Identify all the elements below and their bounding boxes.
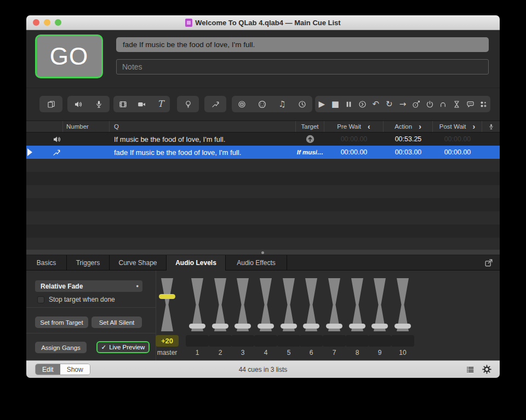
toolbar-group-cue-button[interactable] bbox=[43, 96, 59, 112]
toolbar-audio-button[interactable] bbox=[70, 96, 86, 112]
playhead-indicator bbox=[27, 148, 32, 156]
toolbar-group-fade-tools bbox=[204, 96, 226, 112]
fader-handle[interactable] bbox=[349, 324, 365, 329]
toolbar-script-button[interactable] bbox=[464, 96, 477, 112]
toolbar-undo-button[interactable]: ↶ bbox=[369, 96, 382, 112]
column-header-pre_wait[interactable]: Pre Wait‹ bbox=[324, 121, 384, 132]
toolbar-arm-button[interactable] bbox=[436, 96, 450, 112]
tab-basics[interactable]: Basics bbox=[26, 255, 67, 271]
tab-triggers[interactable]: Triggers bbox=[67, 255, 110, 271]
empty-row-stripe bbox=[26, 172, 500, 185]
toolbar-redo-button[interactable]: ↻ bbox=[382, 96, 396, 112]
toolbar-group-group-tools bbox=[39, 96, 62, 112]
toolbar-retarget-button[interactable] bbox=[409, 96, 423, 112]
fader-value-box[interactable] bbox=[323, 335, 346, 347]
list-view-button[interactable] bbox=[465, 365, 475, 375]
fader-handle[interactable] bbox=[395, 324, 411, 329]
set-from-target-button[interactable]: Set from Target bbox=[35, 317, 88, 328]
toolbar-fade-button[interactable] bbox=[207, 96, 224, 112]
fade-mode-dropdown[interactable]: Relative Fade ▲▼ bbox=[35, 280, 142, 292]
fader-value-box[interactable] bbox=[231, 335, 254, 347]
fader-value-box[interactable] bbox=[346, 335, 369, 347]
cue-name-cell: fade If music be the food of love, I'm f… bbox=[110, 146, 296, 159]
fader-track[interactable] bbox=[161, 278, 173, 331]
dropdown-stepper-icon: ▲▼ bbox=[136, 286, 139, 286]
fader-handle[interactable] bbox=[189, 324, 205, 329]
tab-curve-shape[interactable]: Curve Shape bbox=[110, 255, 167, 271]
action-cell: 00:53.25 bbox=[384, 133, 433, 146]
fader-value-box[interactable]: +20 bbox=[156, 335, 179, 347]
empty-row-stripe bbox=[26, 185, 500, 198]
toolbar-power-button[interactable] bbox=[423, 96, 437, 112]
arm-icon bbox=[438, 100, 448, 109]
fader-value-box[interactable] bbox=[254, 335, 277, 347]
go-button[interactable]: GO bbox=[35, 34, 103, 78]
titlebar: Welcome To QLab 4.qlab4 — Main Cue List bbox=[26, 15, 500, 30]
toolbar-camera-button[interactable] bbox=[133, 96, 150, 112]
column-label: Number bbox=[66, 123, 89, 130]
settings-gear-button[interactable] bbox=[482, 364, 492, 375]
assign-gangs-button[interactable]: Assign Gangs bbox=[35, 342, 87, 353]
column-header-post_wait[interactable]: Post Wait› bbox=[433, 121, 482, 132]
toolbar-midi-button[interactable] bbox=[254, 96, 270, 112]
column-collapse-chevron[interactable]: ‹ bbox=[368, 123, 370, 130]
fader-value-box[interactable] bbox=[391, 335, 414, 347]
toolbar-mic-button[interactable] bbox=[91, 96, 107, 112]
toolbar-network-button[interactable] bbox=[233, 96, 250, 112]
fader-handle[interactable] bbox=[326, 324, 342, 329]
fader-handle[interactable] bbox=[258, 324, 274, 329]
toolbar-music-button[interactable]: ♫ bbox=[274, 96, 290, 112]
column-collapse-chevron[interactable]: › bbox=[473, 123, 476, 130]
toolbar-wait-button[interactable] bbox=[450, 96, 464, 112]
post-wait-cell: 00:00.00 bbox=[433, 146, 482, 159]
channel-fader-3: 3 bbox=[231, 271, 255, 360]
live-preview-toggle[interactable]: ✓ Live Preview bbox=[96, 341, 150, 353]
fader-label: 10 bbox=[391, 349, 415, 356]
toolbar-pause-button[interactable] bbox=[342, 96, 356, 112]
column-header-target[interactable]: Target bbox=[296, 121, 324, 132]
fader-handle[interactable] bbox=[303, 324, 319, 329]
toolbar-group-control-tools: ♫ bbox=[232, 96, 312, 112]
toolbar-text-button[interactable]: T bbox=[152, 96, 169, 112]
set-all-silent-button[interactable]: Set All Silent bbox=[92, 317, 142, 328]
column-header-armed[interactable] bbox=[482, 121, 500, 132]
popout-inspector-button[interactable] bbox=[478, 255, 500, 271]
toolbar-stop-button[interactable]: ■ bbox=[329, 96, 342, 112]
splitter[interactable] bbox=[26, 249, 500, 255]
channel-fader-2: 2 bbox=[208, 271, 232, 360]
column-collapse-chevron[interactable]: › bbox=[419, 123, 421, 130]
fader-value-box[interactable] bbox=[186, 335, 209, 347]
cue-row[interactable]: If music be the food of love, I'm full.0… bbox=[26, 133, 500, 146]
toolbar-video-button[interactable] bbox=[115, 96, 131, 112]
tab-audio-effects[interactable]: Audio Effects bbox=[226, 255, 287, 271]
cue-number-cell bbox=[63, 133, 110, 146]
fader-handle[interactable] bbox=[159, 294, 175, 299]
fader-value-box[interactable] bbox=[277, 335, 300, 347]
fader-label: 3 bbox=[231, 349, 255, 356]
fader-handle[interactable] bbox=[235, 324, 251, 329]
toolbar-goto-button[interactable]: → bbox=[396, 96, 410, 112]
toolbar-light-button[interactable] bbox=[180, 96, 196, 112]
toolbar-timecode-button[interactable] bbox=[294, 96, 311, 112]
column-label: Action bbox=[395, 123, 412, 130]
tab-audio-levels[interactable]: Audio Levels bbox=[167, 255, 226, 271]
column-header-status[interactable] bbox=[26, 121, 63, 132]
empty-row-stripe bbox=[26, 159, 500, 172]
fader-label: master bbox=[155, 349, 179, 356]
column-header-number[interactable]: Number bbox=[63, 121, 110, 132]
fader-handle[interactable] bbox=[281, 324, 297, 329]
fader-value-box[interactable] bbox=[209, 335, 232, 347]
fader-value-box[interactable] bbox=[300, 335, 323, 347]
stop-target-checkbox[interactable] bbox=[37, 296, 44, 303]
column-header-q[interactable]: Q bbox=[110, 121, 296, 132]
fader-handle[interactable] bbox=[371, 324, 388, 329]
fader-value-box[interactable] bbox=[368, 335, 391, 347]
toolbar-corners-button[interactable] bbox=[477, 96, 490, 112]
toolbar-play-button[interactable]: ▶ bbox=[315, 96, 329, 112]
toolbar-load-button[interactable] bbox=[356, 96, 369, 112]
cue-row-selected[interactable]: fade If music be the food of love, I'm f… bbox=[26, 146, 500, 159]
column-header-action[interactable]: Action› bbox=[384, 121, 433, 132]
mic-icon bbox=[488, 123, 495, 130]
fader-handle[interactable] bbox=[212, 324, 228, 329]
notes-input[interactable] bbox=[116, 59, 489, 74]
